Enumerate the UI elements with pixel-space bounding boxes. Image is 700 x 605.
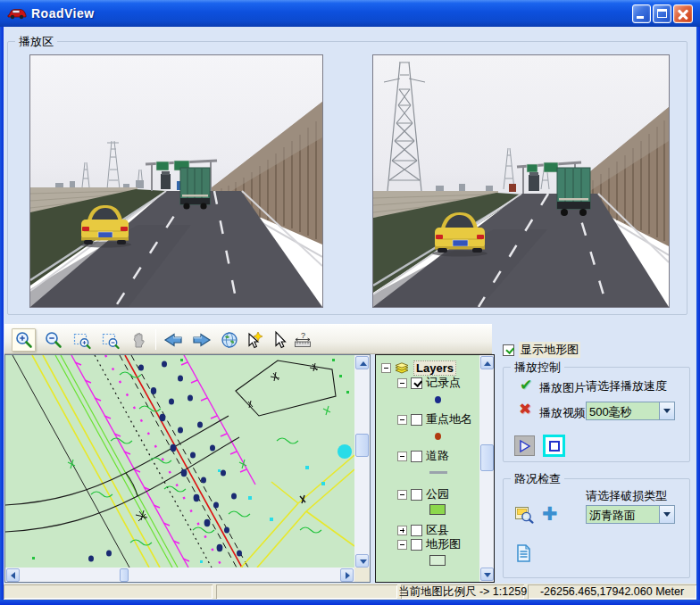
zoom-out-box-icon xyxy=(101,330,121,350)
play-image-check-icon[interactable]: ✔ xyxy=(520,376,532,394)
layer-label[interactable]: 记录点 xyxy=(426,375,461,391)
scroll-left-arrow[interactable] xyxy=(6,568,20,582)
map-view[interactable] xyxy=(4,354,371,583)
add-record-plus-icon[interactable]: ✚ xyxy=(542,503,558,525)
measure-button[interactable]: ? xyxy=(290,328,314,352)
stop-button[interactable] xyxy=(543,435,565,457)
status-bar: 当前地图比例尺 -> 1:1259 -26256.465,17942.060 M… xyxy=(4,584,696,600)
layer-label[interactable]: 道路 xyxy=(426,448,449,464)
zoom-in-magnifier-icon xyxy=(14,330,34,350)
layer-checkbox[interactable] xyxy=(411,489,422,501)
layer-label[interactable]: 重点地名 xyxy=(426,411,472,427)
collapse-icon[interactable] xyxy=(397,415,407,425)
minimize-button[interactable] xyxy=(632,4,651,23)
layer-node-parks[interactable]: 公园 xyxy=(397,487,449,501)
zoom-in-button[interactable] xyxy=(12,328,36,352)
play-video-x-icon[interactable]: ✖ xyxy=(519,400,531,419)
select-cursor-icon xyxy=(270,330,289,350)
scroll-right-arrow[interactable] xyxy=(340,568,354,582)
collapse-icon[interactable] xyxy=(397,490,407,500)
window-border-bottom xyxy=(0,600,700,605)
layer-node-key-places[interactable]: 重点地名 xyxy=(397,412,472,427)
playback-area-title: 播放区 xyxy=(15,34,57,50)
window-border-right xyxy=(696,27,700,601)
zoom-in-box-icon xyxy=(72,330,92,350)
scroll-down-arrow[interactable] xyxy=(480,568,494,581)
pan-button[interactable] xyxy=(127,328,151,352)
zoom-out-box-button[interactable] xyxy=(98,328,122,352)
layers-tree-panel: Layers 记录点 重点地名 道路 公园 区县 xyxy=(375,354,495,583)
prev-arrow-icon xyxy=(162,330,184,350)
collapse-icon[interactable] xyxy=(397,378,407,388)
collapse-icon[interactable] xyxy=(397,540,407,550)
blue-dot-symbol xyxy=(435,396,441,403)
layers-root-label[interactable]: Layers xyxy=(413,361,456,376)
full-extent-button[interactable] xyxy=(217,328,241,352)
play-video-label[interactable]: 播放视频 xyxy=(539,405,586,421)
expand-icon[interactable] xyxy=(397,526,407,535)
layer-checkbox[interactable] xyxy=(411,451,422,462)
toolbar-separator xyxy=(155,329,156,350)
layer-checkbox[interactable] xyxy=(411,539,422,551)
playback-control-title: 播放控制 xyxy=(511,360,564,376)
close-button[interactable] xyxy=(673,4,693,23)
layer-label[interactable]: 地形图 xyxy=(426,536,461,552)
identify-button[interactable] xyxy=(242,328,266,352)
preview-search-icon[interactable] xyxy=(514,505,535,525)
damage-type-combobox[interactable]: 沥青路面 xyxy=(586,505,675,524)
combo-dropdown-arrow[interactable] xyxy=(659,506,674,523)
play-triangle-icon xyxy=(518,439,532,453)
show-terrain-checkbox[interactable] xyxy=(503,344,514,356)
green-rect-symbol xyxy=(429,504,446,515)
status-scale-panel: 当前地图比例尺 -> 1:1259 xyxy=(401,584,524,599)
brown-dot-symbol xyxy=(435,433,441,440)
map-hscroll-thumb[interactable] xyxy=(120,568,129,582)
next-record-button[interactable] xyxy=(189,328,213,352)
collapse-icon[interactable] xyxy=(381,363,391,373)
play-image-label[interactable]: 播放图片 xyxy=(539,380,586,396)
damage-type-value: 沥青路面 xyxy=(589,508,636,524)
report-document-icon[interactable] xyxy=(516,544,531,563)
next-arrow-icon xyxy=(191,330,212,350)
svg-text:?: ? xyxy=(301,331,305,340)
speed-combobox[interactable]: 500毫秒 xyxy=(586,402,675,420)
window-border-left xyxy=(0,27,4,601)
road-check-group: 路况检查 请选择破损类型 沥青路面 ✚ xyxy=(503,478,690,578)
layers-root-node[interactable]: Layers xyxy=(381,361,456,375)
tree-vscroll-thumb[interactable] xyxy=(480,444,494,471)
scroll-up-arrow[interactable] xyxy=(480,356,494,369)
combo-dropdown-arrow[interactable] xyxy=(659,402,674,419)
layer-node-roads[interactable]: 道路 xyxy=(397,449,449,463)
layer-node-districts[interactable]: 区县 xyxy=(397,523,449,537)
map-horizontal-scrollbar[interactable] xyxy=(5,568,354,582)
play-button[interactable] xyxy=(514,435,535,456)
map-vertical-scrollbar[interactable] xyxy=(354,355,370,568)
select-cursor-button[interactable] xyxy=(267,328,291,352)
status-panel-empty-1 xyxy=(4,584,212,599)
pan-hand-icon xyxy=(129,330,149,350)
layer-checkbox[interactable] xyxy=(411,525,422,536)
tree-vertical-scrollbar[interactable] xyxy=(479,355,494,582)
maximize-button[interactable] xyxy=(653,4,671,23)
show-terrain-label: 显示地形图 xyxy=(519,342,580,358)
zoom-in-box-button[interactable] xyxy=(70,328,94,352)
window-title: RoadView xyxy=(31,6,95,21)
prev-record-button[interactable] xyxy=(161,328,185,352)
layer-checkbox[interactable] xyxy=(411,414,422,426)
show-terrain-checkbox-row[interactable]: 显示地形图 xyxy=(503,342,580,358)
collapse-icon[interactable] xyxy=(397,452,407,461)
gray-line-symbol xyxy=(429,471,447,474)
zoom-out-button[interactable] xyxy=(41,328,65,352)
titlebar[interactable]: RoadView xyxy=(0,0,700,27)
scroll-down-arrow[interactable] xyxy=(355,554,369,568)
zoom-out-magnifier-icon xyxy=(44,330,63,350)
layer-node-record-points[interactable]: 记录点 xyxy=(397,376,461,390)
layer-checkbox[interactable] xyxy=(411,377,422,389)
map-vscroll-thumb[interactable] xyxy=(355,434,369,457)
scroll-up-arrow[interactable] xyxy=(355,356,369,369)
road-photo-left xyxy=(29,54,323,308)
map-canvas[interactable] xyxy=(5,355,354,568)
car-icon xyxy=(7,6,27,21)
layer-label[interactable]: 公园 xyxy=(426,486,449,502)
layer-node-terrain[interactable]: 地形图 xyxy=(397,537,461,551)
